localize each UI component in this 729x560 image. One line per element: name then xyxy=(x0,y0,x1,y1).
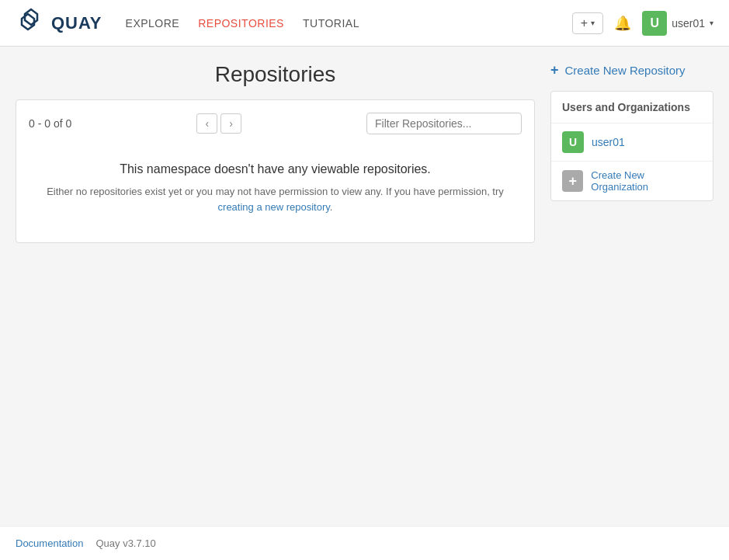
users-orgs-title: Users and Organizations xyxy=(551,92,713,123)
pagination-info: 0 - 0 of 0 xyxy=(29,117,71,130)
plus-caret-icon: ▾ xyxy=(591,19,595,27)
pagination-buttons: ‹ › xyxy=(196,113,241,134)
prev-page-button[interactable]: ‹ xyxy=(196,113,217,134)
nav-explore[interactable]: EXPLORE xyxy=(126,17,180,30)
empty-desc-suffix: . xyxy=(330,201,333,213)
sidebar-user-avatar: U xyxy=(562,131,584,153)
plus-icon: + xyxy=(581,16,588,30)
notifications-bell-icon[interactable]: 🔔 xyxy=(614,15,631,32)
create-org-plus-icon: + xyxy=(562,170,583,192)
logo-text: QUAY xyxy=(51,13,102,33)
create-new-repository-button[interactable]: + Create New Repository xyxy=(550,62,686,78)
create-org-label: Create New Organization xyxy=(591,169,702,193)
sidebar-create-org-item[interactable]: + Create New Organization xyxy=(551,162,713,200)
nav-links: EXPLORE REPOSITORIES TUTORIAL xyxy=(126,17,359,30)
user-menu[interactable]: U user01 ▾ xyxy=(642,11,713,36)
next-page-button[interactable]: › xyxy=(220,113,241,134)
users-orgs-card: Users and Organizations U user01 + Creat… xyxy=(550,91,713,201)
sidebar-user-item[interactable]: U user01 xyxy=(551,123,713,162)
navbar-left: QUAY EXPLORE REPOSITORIES TUTORIAL xyxy=(16,8,359,39)
documentation-link[interactable]: Documentation xyxy=(16,537,83,549)
repo-controls: 0 - 0 of 0 ‹ › xyxy=(29,113,522,134)
create-new-repo-label: Create New Repository xyxy=(565,64,686,77)
create-repo-link[interactable]: creating a new repository xyxy=(218,201,330,213)
page-title: Repositories xyxy=(16,62,535,87)
navbar: QUAY EXPLORE REPOSITORIES TUTORIAL + ▾ 🔔… xyxy=(0,0,729,47)
right-panel: + Create New Repository Users and Organi… xyxy=(550,62,713,510)
nav-repositories[interactable]: REPOSITORIES xyxy=(198,17,284,30)
navbar-right: + ▾ 🔔 U user01 ▾ xyxy=(572,11,713,36)
main-content: Repositories 0 - 0 of 0 ‹ › This namespa… xyxy=(0,47,729,526)
empty-title: This namespace doesn't have any viewable… xyxy=(44,162,506,176)
add-button[interactable]: + ▾ xyxy=(572,12,603,34)
empty-description: Either no repositories exist yet or you … xyxy=(44,184,506,214)
nav-tutorial[interactable]: TUTORIAL xyxy=(303,17,359,30)
logo[interactable]: QUAY xyxy=(16,8,102,39)
user-name: user01 xyxy=(672,17,705,30)
user-caret-icon: ▾ xyxy=(710,19,713,27)
left-panel: Repositories 0 - 0 of 0 ‹ › This namespa… xyxy=(16,62,535,510)
version-text: Quay v3.7.10 xyxy=(95,537,155,549)
svg-rect-0 xyxy=(16,8,47,39)
footer: Documentation Quay v3.7.10 xyxy=(0,526,729,560)
empty-state: This namespace doesn't have any viewable… xyxy=(29,147,522,230)
create-repo-plus-icon: + xyxy=(550,62,559,78)
empty-desc-prefix: Either no repositories exist yet or you … xyxy=(47,186,504,197)
filter-repositories-input[interactable] xyxy=(366,113,522,134)
avatar: U xyxy=(642,11,667,36)
sidebar-user-name: user01 xyxy=(592,136,625,148)
repository-box: 0 - 0 of 0 ‹ › This namespace doesn't ha… xyxy=(16,99,535,243)
